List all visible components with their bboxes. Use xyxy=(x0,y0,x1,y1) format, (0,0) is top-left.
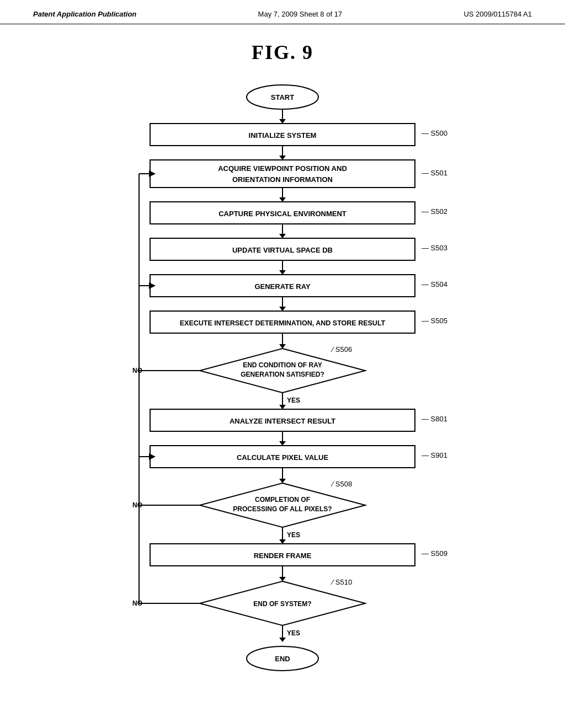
svg-marker-56 xyxy=(279,479,286,483)
svg-text:ANALYZE INTERSECT RESULT: ANALYZE INTERSECT RESULT xyxy=(230,417,335,425)
svg-text:END CONDITION OF RAY: END CONDITION OF RAY xyxy=(243,361,322,369)
svg-text:COMPLETION OF: COMPLETION OF xyxy=(255,496,310,504)
svg-marker-3 xyxy=(279,119,286,124)
svg-text:— S500: — S500 xyxy=(422,129,447,137)
svg-text:YES: YES xyxy=(287,629,300,637)
svg-marker-51 xyxy=(279,441,286,446)
main-content: FIG. 9 START INITIALIZE SYSTEM — S500 AC… xyxy=(0,24,565,715)
svg-text:GENERATION SATISFIED?: GENERATION SATISFIED? xyxy=(241,371,324,378)
svg-text:EXECUTE INTERSECT DETERMINATIO: EXECUTE INTERSECT DETERMINATION, AND STO… xyxy=(180,319,386,327)
svg-text:CALCULATE PIXEL VALUE: CALCULATE PIXEL VALUE xyxy=(237,453,328,462)
svg-text:YES: YES xyxy=(287,531,300,539)
svg-marker-29 xyxy=(279,307,286,311)
svg-text:UPDATE VIRTUAL SPACE DB: UPDATE VIRTUAL SPACE DB xyxy=(232,246,333,254)
svg-text:— S901: — S901 xyxy=(422,451,447,459)
svg-marker-8 xyxy=(279,156,286,160)
svg-text:— S503: — S503 xyxy=(422,244,447,252)
svg-marker-24 xyxy=(279,270,286,275)
svg-text:∕ S506: ∕ S506 xyxy=(331,345,352,354)
page-header: Patent Application Publication May 7, 20… xyxy=(0,0,565,24)
svg-text:START: START xyxy=(271,93,294,101)
svg-marker-34 xyxy=(279,344,286,349)
svg-text:END OF SYSTEM?: END OF SYSTEM? xyxy=(253,600,311,608)
svg-text:ACQUIRE VIEWPOINT POSITION AND: ACQUIRE VIEWPOINT POSITION AND xyxy=(218,164,347,173)
svg-text:RENDER FRAME: RENDER FRAME xyxy=(254,552,312,560)
svg-text:— S504: — S504 xyxy=(422,280,447,288)
svg-text:INITIALIZE SYSTEM: INITIALIZE SYSTEM xyxy=(249,131,317,140)
svg-text:ORIENTATION INFORMATION: ORIENTATION INFORMATION xyxy=(232,175,333,184)
svg-marker-41 xyxy=(279,405,286,409)
svg-text:PROCESSING OF ALL PIXELS?: PROCESSING OF ALL PIXELS? xyxy=(233,505,332,513)
svg-marker-14 xyxy=(279,197,286,202)
svg-marker-63 xyxy=(279,539,286,544)
svg-text:∕ S508: ∕ S508 xyxy=(331,480,352,488)
header-right: US 2009/0115784 A1 xyxy=(463,10,532,18)
figure-title: FIG. 9 xyxy=(252,41,313,64)
svg-text:— S801: — S801 xyxy=(422,415,447,423)
svg-text:∕ S510: ∕ S510 xyxy=(331,578,352,586)
svg-marker-79 xyxy=(279,638,286,642)
svg-marker-19 xyxy=(279,234,286,238)
header-center: May 7, 2009 Sheet 8 of 17 xyxy=(258,10,343,18)
svg-marker-73 xyxy=(279,577,286,581)
svg-text:CAPTURE PHYSICAL ENVIRONMENT: CAPTURE PHYSICAL ENVIRONMENT xyxy=(218,210,347,218)
svg-text:— S502: — S502 xyxy=(422,207,447,216)
header-left: Patent Application Publication xyxy=(33,10,136,18)
flowchart-diagram: START INITIALIZE SYSTEM — S500 ACQUIRE V… xyxy=(95,81,470,693)
svg-text:YES: YES xyxy=(287,397,300,404)
svg-text:— S505: — S505 xyxy=(422,317,447,325)
svg-text:— S501: — S501 xyxy=(422,169,447,177)
svg-text:GENERATE RAY: GENERATE RAY xyxy=(254,282,310,291)
svg-text:— S509: — S509 xyxy=(422,549,447,558)
svg-text:END: END xyxy=(275,655,290,663)
